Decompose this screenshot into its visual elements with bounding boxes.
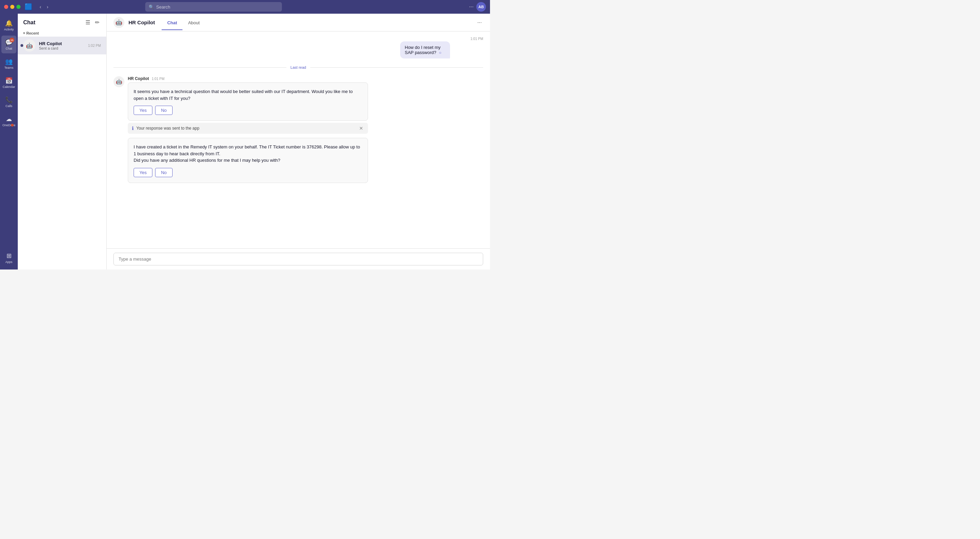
bot-message-content: HR Copilot 1:01 PM It seems you have a t…	[128, 76, 368, 134]
divider-line-right	[310, 67, 483, 68]
bot-card-buttons: Yes No	[134, 106, 362, 115]
yes-button-2[interactable]: Yes	[134, 168, 153, 177]
chat-list-actions: ☰ ✏	[84, 18, 101, 27]
bot-card-2: I have created a ticket in the Remedy IT…	[128, 138, 368, 183]
onedrive-icon: ☁	[6, 115, 12, 123]
list-item[interactable]: 🤖 HR Copilot Sent a card 1:02 PM	[18, 37, 106, 54]
bot-card-text-2: I have created a ticket in the Remedy IT…	[134, 144, 362, 164]
tab-chat[interactable]: Chat	[162, 15, 183, 30]
sidebar-item-label: Calls	[5, 104, 12, 108]
sidebar-item-label: Calendar	[3, 85, 15, 89]
sidebar-item-label: Chat	[5, 47, 12, 50]
close-banner-button[interactable]: ✕	[358, 126, 364, 131]
sidebar-item-teams[interactable]: 👥 Teams	[2, 55, 16, 72]
bot-card: It seems you have a technical question t…	[128, 83, 368, 121]
activity-icon: 🔔	[5, 19, 13, 27]
bot-message-content: I have created a ticket in the Remedy IT…	[128, 138, 368, 183]
sent-message-wrapper: 1:01 PM How do I reset my SAP password? …	[400, 37, 484, 59]
traffic-lights	[4, 5, 21, 9]
info-banner: ℹ Your response was sent to the app ✕	[128, 123, 368, 134]
message-input-area	[107, 248, 490, 270]
sidebar-item-calls[interactable]: 📞 Calls	[2, 93, 16, 111]
yes-button[interactable]: Yes	[134, 106, 153, 115]
back-button[interactable]: ‹	[38, 3, 43, 11]
divider-line-left	[113, 67, 286, 68]
app-body: 🔔 Activity 💬 Chat 11 👥 Teams 📅 Calendar …	[0, 14, 490, 270]
last-read-label: Last read	[290, 65, 306, 69]
section-label-text: Recent	[26, 31, 39, 35]
message-text: How do I reset my SAP password?	[405, 45, 441, 55]
chat-item-avatar: 🤖	[23, 39, 35, 52]
tab-about[interactable]: About	[183, 15, 205, 30]
message-sent: 1:01 PM How do I reset my SAP password? …	[113, 37, 483, 59]
apps-icon: ⊞	[6, 252, 12, 260]
calendar-icon: 📅	[5, 77, 13, 85]
sidebar-item-label: Teams	[5, 66, 14, 69]
title-bar-right: ··· AB	[469, 2, 486, 12]
chat-list-header: Chat ☰ ✏	[18, 14, 106, 30]
chat-item-name: HR Copilot	[39, 41, 85, 46]
section-recent[interactable]: ▾ Recent	[18, 30, 106, 37]
calls-icon: 📞	[5, 96, 13, 104]
chat-header-tabs: Chat About	[162, 15, 205, 30]
more-options-icon[interactable]: ···	[469, 4, 474, 10]
message-bubble: How do I reset my SAP password? ○	[400, 41, 450, 59]
message-bot-2: I have created a ticket in the Remedy IT…	[113, 138, 483, 183]
header-avatar: 🤖	[113, 17, 124, 28]
chat-item-time: 1:02 PM	[88, 44, 101, 48]
chat-header: 🤖 HR Copilot Chat About ···	[107, 14, 490, 32]
close-button[interactable]	[4, 5, 8, 9]
minimize-button[interactable]	[10, 5, 14, 9]
bot-card-buttons-2: Yes No	[134, 168, 362, 177]
chat-item-preview: Sent a card	[39, 46, 85, 50]
no-button-2[interactable]: No	[155, 168, 173, 177]
notification-dot	[11, 124, 14, 126]
avatar[interactable]: AB	[476, 2, 486, 12]
maximize-button[interactable]	[16, 5, 21, 9]
message-input[interactable]	[113, 253, 483, 265]
search-input[interactable]	[145, 2, 282, 12]
last-read-divider: Last read	[113, 65, 483, 69]
info-banner-text: Your response was sent to the app	[136, 126, 356, 131]
chat-header-name: HR Copilot	[129, 19, 155, 25]
teams-icon: 👥	[5, 58, 13, 65]
sidebar-item-apps[interactable]: ⊞ Apps	[2, 249, 16, 267]
no-button[interactable]: No	[155, 106, 173, 115]
sidebar-item-onedrive[interactable]: ☁ OneDrive	[2, 112, 16, 130]
bot-sender-name: HR Copilot	[128, 76, 149, 81]
filter-button[interactable]: ☰	[84, 18, 92, 27]
sidebar-bottom: ⊞ Apps	[2, 249, 16, 270]
info-icon: ℹ	[132, 126, 134, 131]
bot-message-time: 1:01 PM	[152, 77, 164, 81]
forward-button[interactable]: ›	[45, 3, 51, 11]
chat-badge: 11	[10, 38, 14, 42]
search-bar: 🔍	[145, 2, 282, 12]
sidebar-item-chat[interactable]: 💬 Chat 11	[2, 35, 16, 53]
sidebar-item-label: Activity	[4, 28, 14, 31]
title-bar: 🟦 ‹ › 🔍 ··· AB	[0, 0, 490, 14]
chat-list-panel: Chat ☰ ✏ ▾ Recent 🤖 HR Copilot Sent a ca…	[18, 14, 107, 270]
chat-list-title: Chat	[23, 19, 35, 26]
message-time: 1:01 PM	[400, 37, 484, 41]
chevron-down-icon: ▾	[23, 32, 25, 35]
message-bot-1: 🤖 HR Copilot 1:01 PM It seems you have a…	[113, 76, 483, 134]
sidebar-item-activity[interactable]: 🔔 Activity	[2, 16, 16, 34]
more-options-button[interactable]: ···	[476, 18, 483, 27]
chat-main: 🤖 HR Copilot Chat About ··· 1:01 PM How …	[107, 14, 490, 270]
teams-icon: 🟦	[25, 3, 32, 11]
read-receipt-icon: ○	[439, 50, 441, 55]
nav-arrows: ‹ ›	[38, 3, 50, 11]
sidebar-item-label: Apps	[5, 260, 13, 264]
messages-area[interactable]: 1:01 PM How do I reset my SAP password? …	[107, 32, 490, 248]
active-indicator	[21, 44, 23, 47]
chat-item-info: HR Copilot Sent a card	[39, 41, 85, 50]
search-icon: 🔍	[149, 5, 154, 10]
bot-avatar: 🤖	[113, 76, 124, 87]
new-chat-button[interactable]: ✏	[94, 18, 101, 27]
bot-message-header: HR Copilot 1:01 PM	[128, 76, 368, 81]
bot-card-text: It seems you have a technical question t…	[134, 88, 362, 102]
sidebar-item-calendar[interactable]: 📅 Calendar	[2, 74, 16, 92]
sidebar: 🔔 Activity 💬 Chat 11 👥 Teams 📅 Calendar …	[0, 14, 18, 270]
